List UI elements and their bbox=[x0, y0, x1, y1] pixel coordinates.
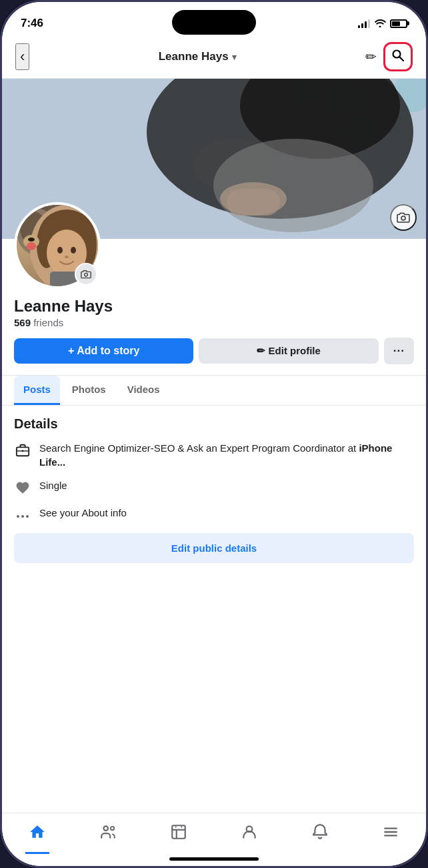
dynamic-island bbox=[172, 10, 256, 35]
wifi-icon bbox=[374, 18, 386, 29]
detail-relationship-text: Single bbox=[39, 478, 67, 492]
profile-section: Leanne Hays 569 friends + Add to story ✏… bbox=[2, 239, 426, 375]
svg-point-24 bbox=[65, 256, 69, 258]
status-icons bbox=[358, 18, 407, 29]
tab-posts[interactable]: Posts bbox=[14, 376, 60, 405]
nav-bar: ‹ Leanne Hays ▾ ✏ bbox=[2, 35, 426, 79]
tabs-section: Posts Photos Videos bbox=[2, 375, 426, 406]
tab-photos[interactable]: Photos bbox=[63, 376, 115, 405]
nav-item-profile[interactable] bbox=[230, 821, 269, 847]
svg-point-34 bbox=[111, 826, 114, 829]
friends-icon bbox=[99, 823, 117, 845]
profile-friends: 569 friends bbox=[14, 317, 414, 328]
phone-screen: 7:46 bbox=[2, 2, 426, 866]
home-filled-icon bbox=[29, 823, 46, 845]
edit-pencil-icon[interactable]: ✏ bbox=[365, 49, 377, 65]
svg-point-28 bbox=[27, 242, 36, 250]
nav-title-chevron-icon: ▾ bbox=[232, 52, 237, 62]
svg-point-14 bbox=[401, 216, 405, 220]
dots-icon bbox=[14, 506, 31, 524]
action-buttons: + Add to story ✏ Edit profile ··· bbox=[14, 338, 414, 364]
nav-item-notifications[interactable] bbox=[301, 821, 339, 847]
avatar-camera-button[interactable] bbox=[75, 263, 97, 286]
tab-videos[interactable]: Videos bbox=[118, 376, 169, 405]
nav-item-friends[interactable] bbox=[89, 821, 127, 847]
detail-job-item: Search Engine Optimizer-SEO & Ask an Exp… bbox=[14, 441, 414, 469]
heart-icon bbox=[14, 479, 31, 496]
svg-point-23 bbox=[71, 247, 76, 254]
cover-camera-button[interactable] bbox=[390, 204, 417, 231]
nav-actions: ✏ bbox=[365, 42, 413, 71]
nav-item-marketplace[interactable] bbox=[159, 821, 198, 847]
svg-point-13 bbox=[213, 139, 373, 232]
svg-rect-35 bbox=[172, 825, 185, 839]
avatar-wrapper bbox=[14, 202, 101, 289]
svg-point-27 bbox=[28, 238, 35, 242]
svg-point-32 bbox=[22, 450, 24, 452]
tabs-list: Posts Photos Videos bbox=[2, 376, 426, 405]
edit-public-section: Edit public details bbox=[14, 533, 414, 563]
svg-point-33 bbox=[104, 826, 109, 831]
details-title: Details bbox=[14, 416, 414, 432]
profile-icon bbox=[241, 823, 258, 845]
detail-relationship-item: Single bbox=[14, 478, 414, 496]
search-icon bbox=[391, 49, 405, 65]
marketplace-icon bbox=[170, 823, 187, 845]
more-options-button[interactable]: ··· bbox=[384, 338, 414, 364]
nav-item-menu[interactable] bbox=[371, 821, 410, 847]
signal-bars-icon bbox=[358, 19, 370, 28]
svg-point-22 bbox=[57, 247, 63, 254]
add-to-story-button[interactable]: + Add to story bbox=[14, 338, 193, 364]
back-button[interactable]: ‹ bbox=[15, 43, 29, 70]
nav-title: Leanne Hays ▾ bbox=[159, 50, 237, 63]
search-button[interactable] bbox=[383, 42, 413, 71]
menu-icon bbox=[382, 823, 399, 845]
main-content: Leanne Hays 569 friends + Add to story ✏… bbox=[2, 79, 426, 819]
status-time: 7:46 bbox=[21, 17, 43, 30]
detail-about-text: See your About info bbox=[39, 506, 127, 520]
detail-job-text: Search Engine Optimizer-SEO & Ask an Exp… bbox=[39, 441, 414, 469]
svg-point-29 bbox=[85, 273, 88, 276]
svg-line-1 bbox=[400, 57, 404, 61]
edit-profile-button[interactable]: ✏ Edit profile bbox=[199, 338, 378, 364]
battery-icon bbox=[390, 19, 407, 28]
profile-name: Leanne Hays bbox=[14, 297, 414, 316]
details-section: Details Search Engine Optimizer-SEO & As… bbox=[2, 406, 426, 579]
detail-about-item: See your About info bbox=[14, 506, 414, 524]
home-indicator bbox=[169, 857, 259, 861]
bell-icon bbox=[311, 823, 329, 845]
briefcase-icon bbox=[14, 442, 31, 459]
phone-frame: 7:46 bbox=[0, 0, 428, 868]
nav-item-home[interactable] bbox=[18, 821, 57, 847]
edit-public-details-link[interactable]: Edit public details bbox=[23, 542, 405, 554]
